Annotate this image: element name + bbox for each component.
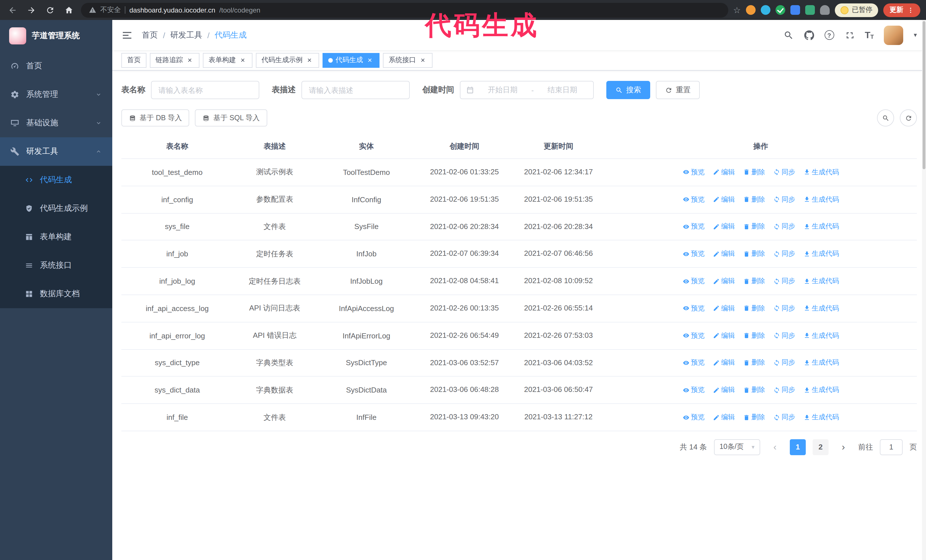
import-db-button[interactable]: 基于 DB 导入 — [121, 109, 189, 127]
address-bar[interactable]: 不安全 dashboard.yudao.iocoder.cn/tool/code… — [81, 3, 728, 17]
extension-icon-5[interactable] — [805, 5, 815, 15]
generate-code-link[interactable]: 生成代码 — [803, 331, 839, 340]
generate-code-link[interactable]: 生成代码 — [803, 385, 839, 395]
sidebar-item-home[interactable]: 首页 — [0, 52, 112, 80]
reset-button[interactable]: 重置 — [656, 81, 700, 99]
preview-link[interactable]: 预览 — [682, 303, 705, 313]
breadcrumb-home[interactable]: 首页 — [142, 30, 158, 40]
tab-close-icon[interactable]: × — [239, 56, 247, 64]
delete-link[interactable]: 删除 — [743, 276, 765, 286]
search-toggle-button[interactable] — [877, 109, 894, 127]
sidebar-item-devtools[interactable]: 研发工具 — [0, 137, 112, 166]
page-button-2[interactable]: 2 — [813, 439, 829, 455]
sync-link[interactable]: 同步 — [773, 303, 795, 313]
generate-code-link[interactable]: 生成代码 — [803, 276, 839, 286]
extension-icon-3[interactable] — [776, 5, 785, 15]
sync-link[interactable]: 同步 — [773, 358, 795, 368]
sync-link[interactable]: 同步 — [773, 276, 795, 286]
sidebar-item-codegen-example[interactable]: 代码生成示例 — [0, 194, 112, 223]
edit-link[interactable]: 编辑 — [713, 358, 735, 368]
user-avatar[interactable] — [884, 25, 903, 45]
sync-link[interactable]: 同步 — [773, 331, 795, 340]
browser-update-button[interactable]: 更新 — [883, 3, 920, 17]
tab-system-api[interactable]: 系统接口 × — [383, 53, 433, 68]
sync-link[interactable]: 同步 — [773, 385, 795, 395]
sidebar-item-codegen[interactable]: 代码生成 — [0, 166, 112, 194]
extension-icon-4[interactable] — [790, 5, 800, 15]
refresh-table-button[interactable] — [900, 109, 917, 127]
page-button-1[interactable]: 1 — [790, 439, 806, 455]
edit-link[interactable]: 编辑 — [713, 168, 735, 177]
tab-close-icon[interactable]: × — [419, 56, 427, 64]
delete-link[interactable]: 删除 — [743, 385, 765, 395]
generate-code-link[interactable]: 生成代码 — [803, 249, 839, 259]
edit-link[interactable]: 编辑 — [713, 276, 735, 286]
preview-link[interactable]: 预览 — [682, 331, 705, 340]
delete-link[interactable]: 删除 — [743, 249, 765, 259]
tab-close-icon[interactable]: × — [186, 56, 194, 64]
extension-icon-6[interactable] — [820, 5, 830, 15]
tab-home[interactable]: 首页 — [121, 53, 147, 68]
edit-link[interactable]: 编辑 — [713, 303, 735, 313]
delete-link[interactable]: 删除 — [743, 195, 765, 204]
extension-icon-2[interactable] — [761, 5, 770, 15]
preview-link[interactable]: 预览 — [682, 358, 705, 368]
sidebar-item-system-api[interactable]: 系统接口 — [0, 251, 112, 280]
sync-link[interactable]: 同步 — [773, 249, 795, 259]
tab-trace[interactable]: 链路追踪 × — [150, 53, 200, 68]
delete-link[interactable]: 删除 — [743, 331, 765, 340]
page-size-select[interactable]: 10条/页 ▾ — [714, 439, 760, 455]
browser-forward-button[interactable] — [24, 3, 38, 17]
next-page-button[interactable]: › — [835, 439, 851, 455]
delete-link[interactable]: 删除 — [743, 412, 765, 422]
search-button[interactable]: 搜索 — [606, 81, 650, 99]
browser-back-button[interactable] — [6, 3, 20, 17]
preview-link[interactable]: 预览 — [682, 385, 705, 395]
edit-link[interactable]: 编辑 — [713, 222, 735, 232]
delete-link[interactable]: 删除 — [743, 303, 765, 313]
sidebar-item-form-builder[interactable]: 表单构建 — [0, 223, 112, 251]
sync-link[interactable]: 同步 — [773, 412, 795, 422]
sidebar-item-db-docs[interactable]: 数据库文档 — [0, 280, 112, 308]
edit-link[interactable]: 编辑 — [713, 331, 735, 340]
github-icon[interactable] — [804, 30, 814, 40]
tab-form-builder[interactable]: 表单构建 × — [203, 53, 253, 68]
font-size-icon[interactable]: TT — [865, 30, 874, 39]
generate-code-link[interactable]: 生成代码 — [803, 222, 839, 232]
app-logo[interactable]: 芋道管理系统 — [0, 20, 112, 52]
generate-code-link[interactable]: 生成代码 — [803, 195, 839, 204]
help-icon[interactable]: ? — [824, 30, 834, 40]
preview-link[interactable]: 预览 — [682, 168, 705, 177]
delete-link[interactable]: 删除 — [743, 168, 765, 177]
browser-home-button[interactable] — [62, 3, 76, 17]
generate-code-link[interactable]: 生成代码 — [803, 358, 839, 368]
goto-page-input[interactable] — [880, 439, 903, 455]
sync-link[interactable]: 同步 — [773, 195, 795, 204]
fullscreen-icon[interactable] — [844, 30, 855, 40]
preview-link[interactable]: 预览 — [682, 222, 705, 232]
hamburger-icon[interactable] — [121, 29, 133, 41]
tab-close-icon[interactable]: × — [366, 56, 374, 64]
delete-link[interactable]: 删除 — [743, 358, 765, 368]
breadcrumb-devtools[interactable]: 研发工具 — [170, 30, 202, 40]
edit-link[interactable]: 编辑 — [713, 249, 735, 259]
generate-code-link[interactable]: 生成代码 — [803, 412, 839, 422]
generate-code-link[interactable]: 生成代码 — [803, 303, 839, 313]
edit-link[interactable]: 编辑 — [713, 385, 735, 395]
table-name-input[interactable] — [151, 81, 259, 99]
profile-paused-chip[interactable]: 已暂停 — [835, 3, 878, 17]
tab-codegen[interactable]: 代码生成 × — [322, 53, 380, 68]
edit-link[interactable]: 编辑 — [713, 195, 735, 204]
import-sql-button[interactable]: 基于 SQL 导入 — [195, 109, 267, 127]
sidebar-item-system[interactable]: 系统管理 — [0, 80, 112, 109]
table-desc-input[interactable] — [301, 81, 410, 99]
preview-link[interactable]: 预览 — [682, 412, 705, 422]
sidebar-item-infra[interactable]: 基础设施 — [0, 109, 112, 137]
preview-link[interactable]: 预览 — [682, 276, 705, 286]
date-range-picker[interactable]: 开始日期 - 结束日期 — [460, 81, 594, 99]
bookmark-star-icon[interactable]: ☆ — [733, 5, 741, 15]
sync-link[interactable]: 同步 — [773, 222, 795, 232]
extension-icon-1[interactable] — [746, 5, 756, 15]
sync-link[interactable]: 同步 — [773, 168, 795, 177]
tab-close-icon[interactable]: × — [306, 56, 313, 64]
